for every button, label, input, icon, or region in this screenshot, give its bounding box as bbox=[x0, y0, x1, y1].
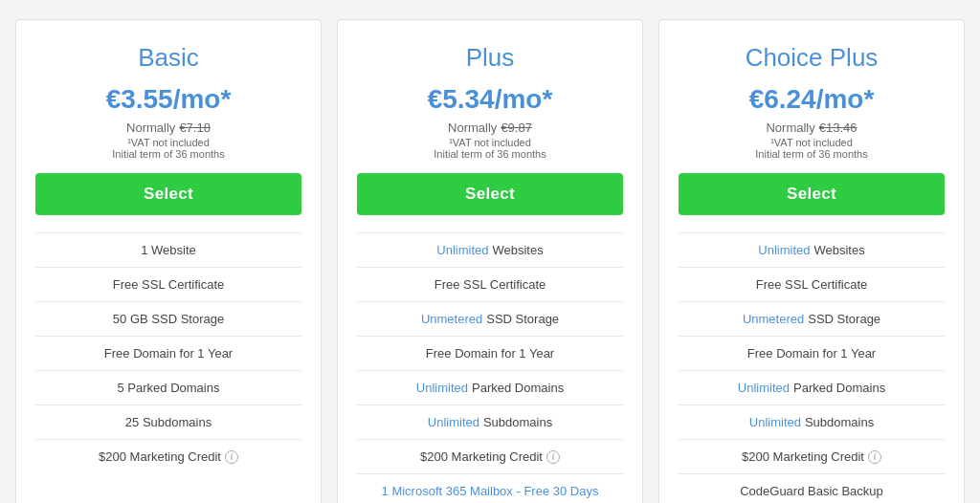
feature-item-choice-plus-3: Free Domain for 1 Year bbox=[679, 336, 945, 370]
feature-text-plus-3: Free Domain for 1 Year bbox=[426, 346, 554, 361]
select-button-plus[interactable]: Select bbox=[357, 173, 623, 215]
feature-text-plus-1: Free SSL Certificate bbox=[434, 277, 546, 292]
feature-item-basic-1: Free SSL Certificate bbox=[35, 267, 301, 301]
plan-price-choice-plus: €6.24/mo* bbox=[679, 84, 945, 115]
feature-item-plus-1: Free SSL Certificate bbox=[357, 267, 623, 301]
feature-text-choice-plus-6: $200 Marketing Credit bbox=[742, 449, 864, 464]
feature-text-plus-2: SSD Storage bbox=[486, 312, 559, 326]
feature-highlight-plus-4: Unlimited bbox=[416, 381, 468, 395]
feature-item-plus-2: Unmetered SSD Storage bbox=[357, 301, 623, 336]
plan-vat-basic: ¹VAT not included bbox=[35, 137, 301, 148]
feature-highlight-choice-plus-0: Unlimited bbox=[758, 243, 810, 257]
feature-text-choice-plus-3: Free Domain for 1 Year bbox=[747, 346, 876, 361]
feature-text-basic-1: Free SSL Certificate bbox=[113, 277, 225, 292]
feature-text-choice-plus-7: CodeGuard Basic Backup bbox=[740, 484, 883, 498]
plan-normally-row-basic: Normally €7.18 bbox=[35, 120, 301, 135]
feature-item-plus-7: 1 Microsoft 365 Mailbox - Free 30 Days bbox=[357, 473, 623, 503]
features-list-choice-plus: Unlimited WebsitesFree SSL CertificateUn… bbox=[679, 232, 945, 503]
feature-item-choice-plus-4: Unlimited Parked Domains bbox=[679, 370, 945, 405]
feature-highlight-choice-plus-4: Unlimited bbox=[738, 381, 790, 395]
plan-term-choice-plus: Initial term of 36 months bbox=[679, 148, 945, 160]
feature-item-choice-plus-6: $200 Marketing Crediti bbox=[679, 439, 945, 473]
plan-title-plus: Plus bbox=[357, 43, 623, 73]
plan-normal-price-choice-plus: €13.46 bbox=[819, 120, 858, 135]
feature-item-basic-3: Free Domain for 1 Year bbox=[35, 336, 301, 370]
features-list-plus: Unlimited WebsitesFree SSL CertificateUn… bbox=[357, 232, 623, 503]
feature-highlight-plus-2: Unmetered bbox=[421, 312, 482, 326]
plan-vat-plus: ¹VAT not included bbox=[357, 137, 623, 148]
feature-item-choice-plus-1: Free SSL Certificate bbox=[679, 267, 945, 301]
feature-text-basic-2: 50 GB SSD Storage bbox=[113, 312, 224, 326]
feature-text-plus-5: Subdomains bbox=[483, 415, 552, 429]
select-button-basic[interactable]: Select bbox=[35, 173, 301, 215]
info-icon-choice-plus-6[interactable]: i bbox=[868, 450, 881, 464]
plan-card-basic: Basic€3.55/mo*Normally €7.18¹VAT not inc… bbox=[15, 19, 322, 503]
plan-normally-label-choice-plus: Normally bbox=[766, 120, 814, 135]
feature-item-plus-3: Free Domain for 1 Year bbox=[357, 336, 623, 370]
plan-title-choice-plus: Choice Plus bbox=[679, 43, 945, 73]
plan-normally-label-plus: Normally bbox=[448, 120, 497, 135]
feature-item-plus-0: Unlimited Websites bbox=[357, 232, 623, 267]
feature-item-plus-6: $200 Marketing Crediti bbox=[357, 439, 623, 473]
feature-text-basic-5: 25 Subdomains bbox=[125, 415, 212, 429]
feature-text-choice-plus-0: Websites bbox=[813, 243, 864, 257]
plan-term-basic: Initial term of 36 months bbox=[35, 148, 301, 160]
feature-item-basic-4: 5 Parked Domains bbox=[35, 370, 301, 405]
plan-normal-price-basic: €7.18 bbox=[179, 120, 211, 135]
feature-item-choice-plus-5: Unlimited Subdomains bbox=[679, 405, 945, 439]
feature-item-choice-plus-2: Unmetered SSD Storage bbox=[679, 301, 945, 336]
plan-normal-price-plus: €9.87 bbox=[501, 120, 532, 135]
feature-text-plus-6: $200 Marketing Credit bbox=[420, 449, 543, 464]
feature-item-basic-2: 50 GB SSD Storage bbox=[35, 301, 301, 336]
plans-container: Basic€3.55/mo*Normally €7.18¹VAT not inc… bbox=[11, 19, 969, 503]
plan-price-basic: €3.55/mo* bbox=[35, 84, 301, 115]
feature-highlight-choice-plus-5: Unlimited bbox=[749, 415, 801, 429]
feature-highlight-choice-plus-2: Unmetered bbox=[743, 312, 804, 326]
plan-normally-row-choice-plus: Normally €13.46 bbox=[679, 120, 945, 135]
feature-text-basic-6: $200 Marketing Credit bbox=[99, 449, 221, 464]
feature-item-choice-plus-0: Unlimited Websites bbox=[679, 232, 945, 267]
plan-card-plus: Plus€5.34/mo*Normally €9.87¹VAT not incl… bbox=[337, 19, 643, 503]
feature-highlight-plus-5: Unlimited bbox=[428, 415, 479, 429]
features-list-basic: 1 WebsiteFree SSL Certificate50 GB SSD S… bbox=[35, 232, 301, 473]
feature-text-basic-4: 5 Parked Domains bbox=[118, 381, 220, 395]
feature-item-plus-4: Unlimited Parked Domains bbox=[357, 370, 623, 405]
feature-item-basic-0: 1 Website bbox=[35, 232, 301, 267]
plan-price-plus: €5.34/mo* bbox=[357, 84, 623, 115]
plan-vat-choice-plus: ¹VAT not included bbox=[679, 137, 945, 148]
feature-text-choice-plus-5: Subdomains bbox=[805, 415, 874, 429]
info-icon-basic-6[interactable]: i bbox=[225, 450, 238, 464]
plan-normally-row-plus: Normally €9.87 bbox=[357, 120, 623, 135]
feature-link-plus-7[interactable]: 1 Microsoft 365 Mailbox - Free 30 Days bbox=[382, 484, 599, 498]
feature-item-plus-5: Unlimited Subdomains bbox=[357, 405, 623, 439]
feature-item-basic-6: $200 Marketing Crediti bbox=[35, 439, 301, 473]
feature-text-choice-plus-4: Parked Domains bbox=[793, 381, 885, 395]
feature-text-plus-0: Websites bbox=[492, 243, 543, 257]
feature-text-basic-3: Free Domain for 1 Year bbox=[104, 346, 233, 361]
select-button-choice-plus[interactable]: Select bbox=[679, 173, 945, 215]
feature-text-basic-0: 1 Website bbox=[141, 243, 196, 257]
plan-title-basic: Basic bbox=[35, 43, 301, 73]
feature-item-basic-5: 25 Subdomains bbox=[35, 405, 301, 439]
plan-normally-label-basic: Normally bbox=[126, 120, 175, 135]
plan-card-choice-plus: Choice Plus€6.24/mo*Normally €13.46¹VAT … bbox=[658, 19, 965, 503]
feature-item-choice-plus-7: CodeGuard Basic Backup bbox=[679, 473, 945, 503]
plan-term-plus: Initial term of 36 months bbox=[357, 148, 623, 160]
feature-text-choice-plus-1: Free SSL Certificate bbox=[756, 277, 868, 292]
feature-highlight-plus-0: Unlimited bbox=[436, 243, 488, 257]
feature-text-choice-plus-2: SSD Storage bbox=[808, 312, 880, 326]
info-icon-plus-6[interactable]: i bbox=[546, 450, 560, 464]
feature-text-plus-4: Parked Domains bbox=[472, 381, 564, 395]
